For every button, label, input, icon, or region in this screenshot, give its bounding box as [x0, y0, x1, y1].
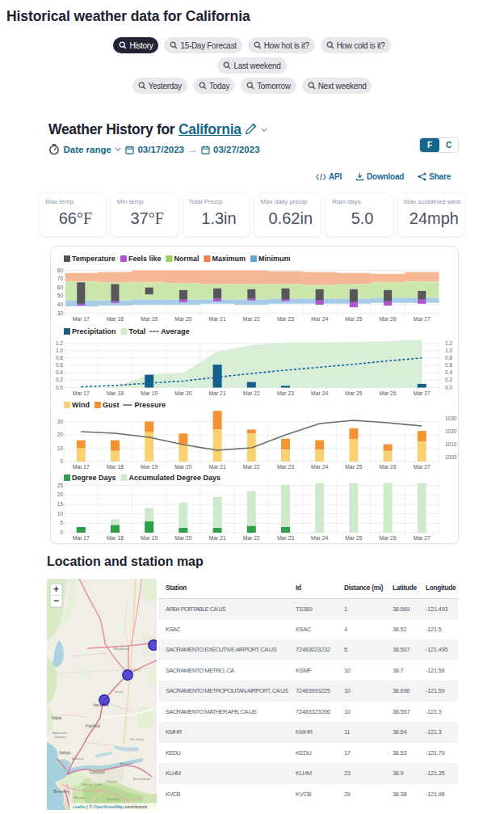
svg-text:Mar 23: Mar 23 — [277, 535, 294, 541]
svg-text:Mar 21: Mar 21 — [209, 464, 226, 470]
svg-text:0.4: 0.4 — [445, 369, 452, 375]
svg-text:Mar 20: Mar 20 — [174, 316, 191, 322]
svg-text:20: 20 — [57, 491, 64, 497]
svg-text:Brentwood: Brentwood — [133, 777, 150, 781]
svg-text:Mar 24: Mar 24 — [311, 390, 328, 396]
svg-text:Mar 26: Mar 26 — [380, 390, 397, 396]
svg-text:Mar 19: Mar 19 — [141, 316, 158, 322]
svg-text:0.8: 0.8 — [445, 355, 452, 361]
svg-text:Davis: Davis — [132, 668, 141, 672]
svg-text:0.0: 0.0 — [445, 385, 452, 390]
svg-text:Mar 25: Mar 25 — [345, 535, 362, 541]
svg-text:5: 5 — [60, 520, 63, 525]
svg-text:Mar 17: Mar 17 — [73, 464, 90, 470]
svg-text:Mar 26: Mar 26 — [380, 464, 397, 470]
svg-text:−: − — [53, 595, 59, 606]
svg-text:30: 30 — [57, 310, 64, 316]
svg-text:Mar 23: Mar 23 — [277, 390, 294, 396]
svg-text:0.6: 0.6 — [445, 362, 452, 368]
svg-text:Mar 26: Mar 26 — [380, 316, 397, 322]
svg-text:Mar 17: Mar 17 — [73, 535, 90, 541]
svg-text:1.2: 1.2 — [56, 340, 63, 346]
svg-text:Mar 27: Mar 27 — [414, 316, 430, 322]
svg-text:Pressure: Pressure — [134, 401, 166, 409]
svg-text:Normal: Normal — [174, 255, 199, 263]
svg-text:Mar 22: Mar 22 — [243, 390, 260, 396]
svg-text:Minimum: Minimum — [258, 255, 291, 263]
svg-text:Napa: Napa — [52, 715, 61, 720]
svg-text:Gust: Gust — [103, 401, 120, 409]
svg-text:Feels like: Feels like — [128, 255, 162, 263]
svg-text:Mar 17: Mar 17 — [73, 390, 90, 396]
svg-text:Mar 24: Mar 24 — [311, 464, 328, 470]
svg-text:Canyon: Canyon — [54, 735, 66, 739]
svg-text:1.0: 1.0 — [56, 348, 63, 353]
svg-text:Mar 19: Mar 19 — [141, 464, 158, 470]
svg-text:Danville: Danville — [107, 797, 120, 801]
svg-text:Mar 21: Mar 21 — [209, 535, 226, 541]
svg-text:Concord: Concord — [90, 770, 105, 774]
svg-text:0.2: 0.2 — [445, 377, 452, 382]
svg-text:Mar 27: Mar 27 — [414, 464, 430, 470]
svg-text:Mar 20: Mar 20 — [174, 390, 191, 396]
svg-text:50: 50 — [57, 293, 64, 298]
svg-text:0.0: 0.0 — [56, 385, 63, 390]
svg-text:Degree Days: Degree Days — [72, 474, 116, 482]
svg-text:Accumulated Degree Days: Accumulated Degree Days — [129, 474, 221, 482]
svg-text:10: 10 — [57, 511, 64, 517]
svg-text:0.8: 0.8 — [56, 355, 63, 361]
svg-text:Dixon: Dixon — [115, 690, 124, 694]
svg-text:Maximum: Maximum — [212, 255, 246, 263]
svg-text:Mar 25: Mar 25 — [345, 464, 362, 470]
svg-text:Clayton: Clayton — [106, 779, 118, 783]
svg-text:Mar 18: Mar 18 — [107, 390, 124, 396]
svg-text:Vallejo: Vallejo — [59, 750, 71, 755]
svg-text:Mar 23: Mar 23 — [277, 316, 294, 322]
svg-text:Mar 19: Mar 19 — [141, 535, 158, 541]
svg-text:Antioch: Antioch — [120, 761, 132, 765]
svg-text:0: 0 — [60, 529, 63, 535]
svg-text:0: 0 — [60, 458, 63, 464]
svg-text:Mar 18: Mar 18 — [107, 316, 124, 322]
svg-text:1010: 1010 — [445, 441, 457, 447]
svg-text:Mar 22: Mar 22 — [243, 316, 260, 322]
svg-text:1020: 1020 — [445, 428, 457, 434]
svg-text:Precipitation: Precipitation — [72, 327, 116, 335]
svg-text:Benicia: Benicia — [72, 757, 84, 761]
svg-text:Mar 26: Mar 26 — [380, 535, 397, 541]
svg-text:Mar 23: Mar 23 — [277, 464, 294, 470]
svg-text:Wind: Wind — [72, 401, 90, 409]
svg-text:Average: Average — [161, 327, 189, 335]
svg-text:Mar 17: Mar 17 — [73, 316, 90, 322]
svg-text:Mar 24: Mar 24 — [311, 535, 328, 541]
svg-text:Mar 18: Mar 18 — [107, 464, 124, 470]
svg-text:0.6: 0.6 — [56, 362, 63, 368]
svg-text:1030: 1030 — [445, 415, 457, 421]
svg-text:Fairfield: Fairfield — [86, 723, 100, 728]
svg-text:25: 25 — [57, 483, 64, 488]
svg-text:Mar 22: Mar 22 — [243, 535, 260, 541]
svg-text:Mar 25: Mar 25 — [345, 316, 362, 322]
svg-text:1000: 1000 — [445, 454, 457, 460]
svg-text:Rio Vista: Rio Vista — [129, 737, 144, 741]
svg-text:Moraga: Moraga — [74, 795, 86, 799]
svg-text:40: 40 — [57, 302, 64, 307]
svg-text:Mar 20: Mar 20 — [174, 535, 191, 541]
svg-text:Mar 19: Mar 19 — [141, 390, 158, 396]
svg-text:Mar 22: Mar 22 — [243, 464, 260, 470]
svg-text:Mar 18: Mar 18 — [107, 535, 124, 541]
svg-text:Mar 20: Mar 20 — [174, 464, 191, 470]
svg-text:Mar 27: Mar 27 — [414, 535, 430, 541]
svg-text:Walnut Creek: Walnut Creek — [82, 782, 103, 787]
svg-text:Mar 21: Mar 21 — [209, 316, 226, 322]
svg-text:Mar 21: Mar 21 — [209, 390, 226, 396]
svg-text:+: + — [53, 584, 59, 595]
svg-text:0.2: 0.2 — [56, 377, 63, 382]
svg-text:1.2: 1.2 — [445, 340, 452, 346]
svg-text:15: 15 — [57, 501, 64, 507]
svg-text:10: 10 — [57, 445, 64, 451]
svg-text:Woodland: Woodland — [113, 647, 129, 651]
svg-text:1.0: 1.0 — [445, 348, 452, 353]
svg-text:20: 20 — [57, 432, 64, 437]
svg-text:Berkeley: Berkeley — [53, 789, 69, 794]
